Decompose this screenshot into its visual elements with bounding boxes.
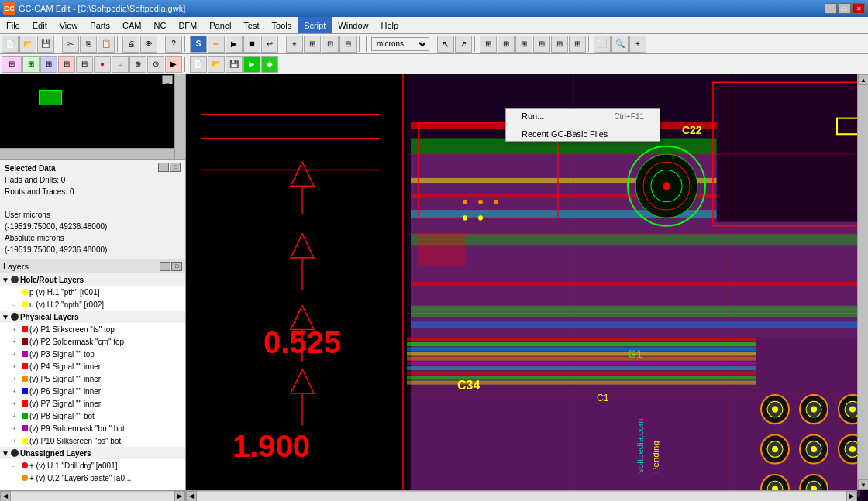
open-button[interactable]: 📂 xyxy=(19,36,36,53)
tb-btn-7[interactable]: ⊞ xyxy=(304,36,321,53)
tree-max[interactable]: □ xyxy=(171,262,182,271)
layer-p9[interactable]: + (v) P9 Soldermask "bm" bot xyxy=(0,422,185,434)
layer-p5[interactable]: + (v) P5 Signal "" inner xyxy=(0,372,185,385)
save-button[interactable]: 💾 xyxy=(37,36,54,53)
tree-scroll-right[interactable]: ▶ xyxy=(174,491,185,502)
grid-btn3[interactable]: ⊞ xyxy=(515,36,532,53)
menu-script[interactable]: Script xyxy=(298,17,332,33)
script-undo-button[interactable]: ↩ xyxy=(261,36,278,53)
zoom-btn[interactable]: 🔍 xyxy=(611,36,629,53)
menu-parts[interactable]: Parts xyxy=(84,17,116,33)
layer-p7[interactable]: + (v) P7 Signal "" inner xyxy=(0,397,185,410)
layer-btn4[interactable]: ⊞ xyxy=(58,56,75,73)
print-button[interactable]: 🖨 xyxy=(122,36,140,53)
layer-btn9[interactable]: ⊙ xyxy=(147,56,164,73)
tree-scroll-h[interactable]: ◀ ▶ xyxy=(0,490,185,501)
scroll-v-track[interactable] xyxy=(858,85,868,479)
script-pen-button[interactable]: ✏ xyxy=(208,36,225,53)
menu-file[interactable]: File xyxy=(0,17,26,33)
layer-btn7[interactable]: ○ xyxy=(112,56,129,73)
layer-p2[interactable]: + (v) P2 Soldermask "cm" top xyxy=(0,335,185,348)
preview-scroll-v[interactable] xyxy=(174,74,185,159)
scroll-h-track[interactable] xyxy=(197,492,846,501)
menu-tools[interactable]: Tools xyxy=(266,17,298,33)
canvas-scroll-v[interactable]: ▲ ▼ xyxy=(857,74,868,490)
copy-button[interactable]: ⎘ xyxy=(80,36,97,53)
grid-btn2[interactable]: ⊞ xyxy=(498,36,515,53)
tb2-btn5[interactable]: ◆ xyxy=(261,56,278,73)
layer-tree[interactable]: ▼ Hole/Rout Layers - p (v) H.1 "pth" [r0… xyxy=(0,273,185,490)
info-controls[interactable]: _ □ xyxy=(158,163,181,172)
dropdown-run[interactable]: Run... Ctrl+F11 xyxy=(506,109,660,123)
physical-header[interactable]: ▼ Physical Layers xyxy=(0,311,185,323)
layer-npth[interactable]: - u (v) H.2 "npth" [r002] xyxy=(0,298,185,311)
script-run2-btn[interactable]: ▶ xyxy=(243,56,260,73)
paste-button[interactable]: 📋 xyxy=(98,36,115,53)
layer-p10[interactable]: + (v) P10 Silkscreen "bs" bot xyxy=(0,434,185,447)
new-doc-btn[interactable]: 📄 xyxy=(190,56,207,73)
maximize-button[interactable]: □ xyxy=(839,3,851,14)
tree-scroll-track[interactable] xyxy=(11,492,174,501)
tree-min[interactable]: _ xyxy=(160,262,170,271)
layer-p3[interactable]: + (v) P3 Signal "" top xyxy=(0,348,185,360)
menu-window[interactable]: Window xyxy=(332,17,374,33)
layer-p1[interactable]: + (v) P1 Silkscreen "ts" top xyxy=(0,323,185,335)
scroll-right[interactable]: ▶ xyxy=(846,491,857,502)
info-min[interactable]: _ xyxy=(158,163,169,172)
layer-btn5[interactable]: ⊟ xyxy=(76,56,93,73)
scroll-down[interactable]: ▼ xyxy=(858,479,868,490)
menu-cam[interactable]: CAM xyxy=(116,17,147,33)
grid-btn1[interactable]: ⊞ xyxy=(480,36,497,53)
minimize-button[interactable]: _ xyxy=(825,3,837,14)
new-button[interactable]: 📄 xyxy=(2,36,19,53)
menu-dfm[interactable]: DFM xyxy=(172,17,203,33)
layer-p4[interactable]: + (v) P4 Signal "" inner xyxy=(0,360,185,372)
script-s-button[interactable]: S xyxy=(190,36,207,53)
info-max[interactable]: □ xyxy=(170,163,181,172)
script-stop-button[interactable]: ⏹ xyxy=(243,36,260,53)
printprev-button[interactable]: 👁 xyxy=(140,36,157,53)
close-button[interactable]: ✕ xyxy=(852,3,865,14)
layer-tree-controls[interactable]: _ □ xyxy=(160,262,182,271)
tb-btn-9[interactable]: ⊟ xyxy=(339,36,356,53)
tb-btn-8[interactable]: ⊡ xyxy=(322,36,339,53)
snap-btn[interactable]: + xyxy=(629,36,646,53)
canvas-area[interactable]: 0.525 1.900 1.625 xyxy=(186,74,868,501)
grid-btn6[interactable]: ⊞ xyxy=(569,36,586,53)
layer-btn2[interactable]: ⊞ xyxy=(22,56,40,73)
preview-min[interactable]: _ xyxy=(162,75,173,84)
units-dropdown[interactable]: microns mils mm inches xyxy=(371,37,429,51)
menu-panel[interactable]: Panel xyxy=(203,17,237,33)
layer-btn10[interactable]: ▶ xyxy=(165,56,182,73)
menu-view[interactable]: View xyxy=(53,17,84,33)
grid-btn4[interactable]: ⊞ xyxy=(533,36,550,53)
scroll-left[interactable]: ◀ xyxy=(186,491,197,502)
scroll-up[interactable]: ▲ xyxy=(858,74,868,85)
tb-btn-6[interactable]: ⌖ xyxy=(286,36,303,53)
canvas-scroll-h[interactable]: ◀ ▶ xyxy=(186,490,857,501)
layer-btn3[interactable]: ⊞ xyxy=(40,56,57,73)
tree-scroll-left[interactable]: ◀ xyxy=(0,491,11,502)
menu-test[interactable]: Test xyxy=(237,17,265,33)
rect-select-btn[interactable]: ⬜ xyxy=(594,36,611,53)
grid-btn5[interactable]: ⊞ xyxy=(551,36,568,53)
hole-rout-header[interactable]: ▼ Hole/Rout Layers xyxy=(0,273,185,286)
menu-edit[interactable]: Edit xyxy=(26,17,53,33)
layer-btn8[interactable]: ⊕ xyxy=(129,56,146,73)
open-doc-btn[interactable]: 📂 xyxy=(208,56,225,73)
help-button[interactable]: ? xyxy=(165,36,182,53)
layer-btn1[interactable]: ⊞ xyxy=(2,56,22,73)
layer-u1[interactable]: - + (v) U.1 "Drill drg" [a001] xyxy=(0,459,185,472)
layer-u2[interactable]: - + (v) U.2 "Layer6 paste" [a0... xyxy=(0,472,185,484)
layer-btn6[interactable]: ● xyxy=(94,56,111,73)
layer-p6[interactable]: + (v) P6 Signal "" inner xyxy=(0,385,185,397)
script-run-button[interactable]: ▶ xyxy=(226,36,243,53)
save-doc-btn[interactable]: 💾 xyxy=(226,56,243,73)
layer-pth[interactable]: - p (v) H.1 "pth" [r001] xyxy=(0,286,185,298)
menu-help[interactable]: Help xyxy=(374,17,405,33)
unassigned-header[interactable]: ▼ Unassigned Layers xyxy=(0,447,185,459)
dropdown-recent[interactable]: Recent GC-Basic Files xyxy=(506,127,660,141)
preview-scroll-h[interactable] xyxy=(0,148,174,159)
menu-nc[interactable]: NC xyxy=(148,17,173,33)
cut-button[interactable]: ✂ xyxy=(62,36,79,53)
